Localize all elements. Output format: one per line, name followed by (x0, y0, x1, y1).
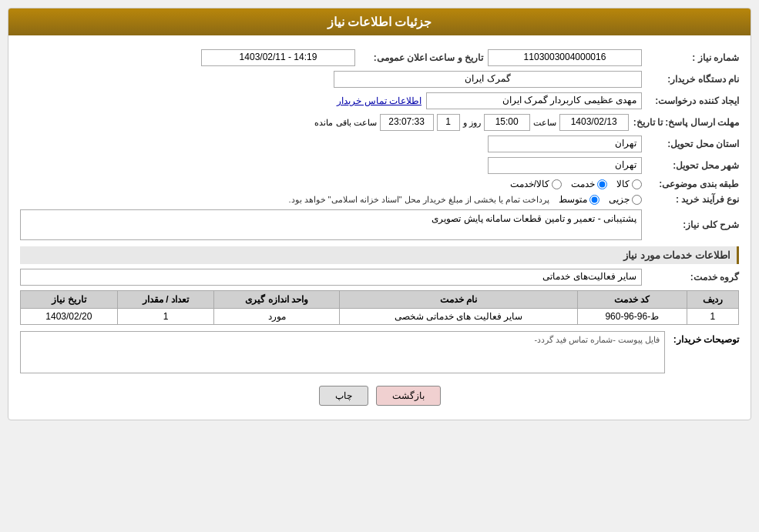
creator-value: مهدی عظیمی کاربردار گمرک ایران (426, 92, 642, 109)
classification-radio-group: کالا خدمت کالا/خدمت (20, 179, 642, 189)
page-header: جزئیات اطلاعات نیاز (8, 8, 751, 35)
buttons-row: بازگشت چاپ (20, 380, 739, 412)
print-button[interactable]: چاپ (319, 386, 368, 406)
deadline-days-label: روز و (463, 118, 481, 128)
province-label: استان محل تحویل: (646, 139, 739, 149)
creator-contact-link[interactable]: اطلاعات تماس خریدار (337, 95, 421, 106)
col-service-name: نام خدمت (340, 291, 577, 309)
buyer-notes-label: توصیحات خریدار: (670, 331, 739, 345)
back-button[interactable]: بازگشت (376, 386, 441, 406)
city-value: تهران (488, 157, 642, 174)
col-date: تاریخ نیاز (21, 291, 118, 309)
deadline-days: 1 (437, 114, 460, 131)
purchase-type-radio-group: جزیی متوسط پرداخت تمام یا بخشی از مبلغ خ… (20, 194, 642, 205)
col-row-num: ردیف (687, 291, 738, 309)
col-service-code: کد خدمت (577, 291, 687, 309)
creator-label: ایجاد کننده درخواست: (646, 95, 739, 106)
purchase-type-motavasset[interactable]: متوسط (559, 194, 599, 205)
need-description-value: پشتیبانی - تعمیر و تامین قطعات سامانه پا… (20, 209, 642, 240)
table-row: 1ط-96-96-960سایر فعالیت های خدماتی شخصیم… (21, 309, 739, 325)
province-value: تهران (488, 136, 642, 152)
deadline-remaining-label: ساعت باقی مانده (314, 118, 376, 128)
service-group-value: سایر فعالیت‌های خدماتی (20, 269, 642, 286)
buyer-station-value: گمرک ایران (334, 71, 642, 88)
purchase-type-label: نوع فرآیند خرید : (646, 194, 739, 205)
services-info-title: اطلاعات خدمات مورد نیاز (20, 246, 739, 264)
classification-label: طبقه بندی موضوعی: (646, 179, 739, 189)
items-table: ردیف کد خدمت نام خدمت واحد اندازه گیری ت… (20, 290, 739, 325)
deadline-date: 1403/02/13 (559, 114, 629, 131)
page-title: جزئیات اطلاعات نیاز (327, 15, 432, 28)
announce-date-label: تاریخ و ساعت اعلان عمومی: (360, 52, 483, 63)
classification-option-kala[interactable]: کالا (616, 179, 642, 189)
need-number-value: 1103003004000016 (488, 49, 642, 66)
deadline-label: مهلت ارسال پاسخ: تا تاریخ: (633, 117, 739, 128)
purchase-type-note: پرداخت تمام یا بخشی از مبلغ خریدار محل "… (20, 195, 549, 205)
deadline-time: 15:00 (484, 114, 530, 131)
classification-option-khedmat[interactable]: خدمت (571, 179, 607, 189)
deadline-remaining: 23:07:33 (380, 114, 434, 131)
service-group-label: گروه خدمت: (646, 272, 739, 283)
purchase-type-jozi[interactable]: جزیی (609, 194, 642, 205)
classification-option-kala-khedmat[interactable]: کالا/خدمت (510, 179, 562, 189)
need-description-label: شرح کلی نیاز: (646, 219, 739, 230)
col-unit: واحد اندازه گیری (214, 291, 340, 309)
col-quantity: تعداد / مقدار (117, 291, 214, 309)
announce-date-value: 1403/02/11 - 14:19 (201, 49, 355, 66)
buyer-station-label: نام دستگاه خریدار: (646, 74, 739, 85)
city-label: شهر محل تحویل: (646, 160, 739, 171)
deadline-time-label: ساعت (533, 118, 556, 128)
buyer-notes-value: فایل پیوست -شماره تماس فید گردد- (20, 331, 665, 373)
need-number-label: شماره نیاز : (646, 52, 739, 63)
